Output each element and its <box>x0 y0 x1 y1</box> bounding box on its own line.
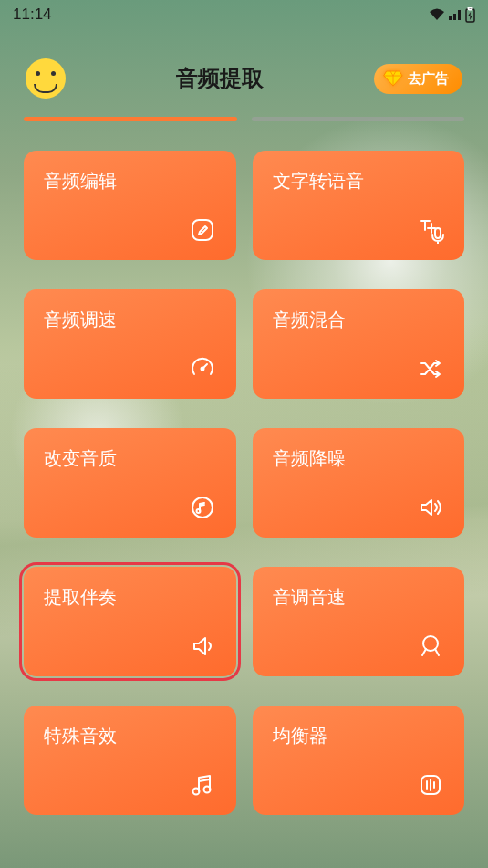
card-label: 音频降噪 <box>273 446 445 471</box>
speaker-icon <box>189 633 216 660</box>
tab-indicators <box>0 117 488 121</box>
svg-rect-1 <box>469 7 472 10</box>
avatar-icon[interactable] <box>26 58 66 99</box>
battery-icon <box>465 7 475 23</box>
svg-point-3 <box>201 368 203 371</box>
audio-edit-card[interactable]: 音频编辑 <box>24 151 236 260</box>
status-bar: 11:14 <box>0 0 488 29</box>
pitch-speed-card[interactable]: 音调音速 <box>253 567 465 676</box>
card-label: 特殊音效 <box>44 724 216 748</box>
card-label: 音调音速 <box>273 585 445 610</box>
svg-point-5 <box>196 509 200 513</box>
noise-reduction-card[interactable]: 音频降噪 <box>253 428 465 538</box>
status-icons <box>429 7 475 23</box>
music-note-icon <box>189 771 216 799</box>
speed-icon <box>189 355 216 382</box>
quality-icon <box>189 494 216 521</box>
card-label: 音频编辑 <box>44 169 216 193</box>
equalizer-icon <box>417 771 444 799</box>
card-label: 提取伴奏 <box>44 585 216 610</box>
noise-reduce-icon <box>417 494 444 521</box>
change-quality-card[interactable]: 改变音质 <box>24 428 236 538</box>
indicator-2[interactable] <box>252 117 465 121</box>
feature-grid: 音频编辑 文字转语音 音频调速 音频混合 改变音质 音频降噪 提 <box>0 151 488 815</box>
page-title: 音频提取 <box>176 64 264 93</box>
card-label: 音频调速 <box>44 308 216 332</box>
vip-diamond-icon <box>383 70 403 87</box>
audio-mix-card[interactable]: 音频混合 <box>253 289 465 399</box>
text-to-speech-icon <box>417 216 444 244</box>
header: 音频提取 去广告 <box>0 29 488 117</box>
card-label: 改变音质 <box>44 446 216 471</box>
ad-badge-label: 去广告 <box>408 70 449 88</box>
svg-point-4 <box>192 497 213 518</box>
special-effects-card[interactable]: 特殊音效 <box>24 706 236 815</box>
status-time: 11:14 <box>13 5 52 24</box>
card-label: 文字转语音 <box>273 169 445 193</box>
equalizer-card[interactable]: 均衡器 <box>253 706 465 815</box>
card-label: 均衡器 <box>273 724 445 748</box>
text-to-speech-card[interactable]: 文字转语音 <box>253 151 465 260</box>
remove-ads-button[interactable]: 去广告 <box>374 64 462 94</box>
signal-icon <box>448 8 462 21</box>
shuffle-icon <box>417 355 444 382</box>
edit-icon <box>189 216 216 244</box>
wifi-icon <box>429 8 445 21</box>
extract-accompaniment-card[interactable]: 提取伴奏 <box>24 567 236 676</box>
indicator-1[interactable] <box>24 117 237 121</box>
pitch-icon <box>417 633 444 660</box>
audio-speed-card[interactable]: 音频调速 <box>24 289 236 399</box>
card-label: 音频混合 <box>273 308 445 332</box>
